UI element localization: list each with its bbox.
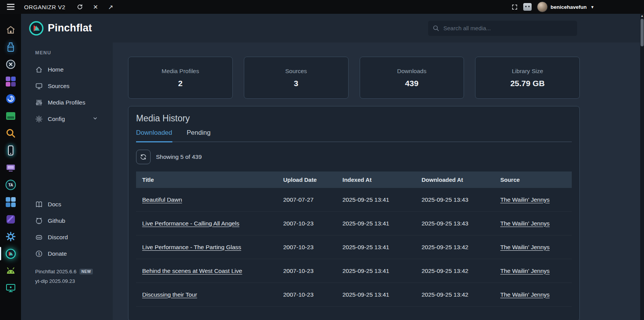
app-icon-purple-grid[interactable] [0, 73, 21, 90]
media-title-link[interactable]: Beautiful Dawn [142, 196, 182, 203]
indexed-at-cell: 2025-09-25 13:41 [336, 188, 415, 211]
table-header-row: Title Upload Date Indexed At Downloaded … [136, 171, 572, 188]
ytdlp-version: yt-dlp 2025.09.23 [35, 278, 113, 284]
organizr-title: ORGANIZR V2 [24, 4, 65, 10]
close-tab-icon[interactable]: ✕ [93, 3, 98, 11]
media-history-card: Media History Downloaded Pending Showing… [128, 106, 580, 320]
hamburger-menu-icon[interactable] [0, 4, 21, 10]
open-external-icon[interactable]: ↗ [108, 3, 113, 11]
sidebar-item-discord[interactable]: Discord [21, 229, 113, 245]
app-icon-blue-window[interactable] [0, 193, 21, 211]
refresh-tab-icon[interactable] [77, 4, 83, 10]
source-link[interactable]: The Wailin' Jennys [500, 268, 550, 274]
col-header-title: Title [136, 171, 277, 188]
table-row: Live Performance - Calling All Angels 20… [136, 212, 572, 235]
home-app-icon[interactable] [0, 21, 21, 38]
app-icon-magnifier[interactable] [0, 124, 21, 142]
upload-date-cell: 2007-10-23 [277, 212, 336, 235]
media-title-link[interactable]: Live Performance - Calling All Angels [142, 220, 239, 227]
sidebar-item-label: Media Profiles [48, 99, 85, 106]
stat-value: 3 [294, 79, 298, 88]
media-history-title: Media History [136, 113, 572, 124]
app-icon-jug[interactable] [0, 38, 21, 56]
tubearchivist-app-icon[interactable]: TA [0, 176, 21, 193]
pinchflat-app-icon[interactable] [0, 245, 21, 262]
refresh-button[interactable] [136, 150, 151, 164]
downloaded-at-cell: 2025-09-25 13:42 [415, 235, 494, 259]
source-link[interactable]: The Wailin' Jennys [500, 244, 550, 251]
col-header-indexed-at: Indexed At [336, 171, 415, 188]
stat-label: Downloads [397, 68, 427, 75]
stat-label: Media Profiles [162, 68, 199, 75]
stat-value: 25.79 GB [510, 79, 545, 88]
table-row: Live Performance - The Parting Glass 200… [136, 235, 572, 259]
scrollbar-up-arrow[interactable]: ▲ [640, 14, 644, 18]
col-header-source: Source [494, 171, 572, 188]
media-title-link[interactable]: Live Performance - The Parting Glass [142, 244, 241, 251]
pinchflat-logo [29, 21, 44, 36]
indexed-at-cell: 2025-09-25 13:41 [336, 235, 415, 259]
app-version: Pinchflat 2025.6.6 [35, 269, 76, 274]
chevron-down-icon [92, 116, 103, 122]
user-menu[interactable]: benicehavefun ▼ [537, 2, 594, 12]
stat-card-media-profiles: Media Profiles 2 [128, 57, 233, 99]
source-link[interactable]: The Wailin' Jennys [500, 196, 550, 203]
android-app-icon[interactable] [0, 262, 21, 279]
source-link[interactable]: The Wailin' Jennys [500, 291, 550, 298]
downloaded-at-cell: 2025-09-25 13:42 [415, 259, 494, 282]
sidebar-item-sources[interactable]: Sources [21, 78, 113, 94]
media-title-link[interactable]: Discussing their Tour [142, 291, 197, 298]
upload-date-cell: 2007-10-23 [277, 259, 336, 282]
stat-label: Library Size [512, 68, 543, 75]
avatar [537, 2, 548, 12]
search-icon [433, 25, 439, 31]
sidebar-spacer [21, 127, 113, 196]
source-link[interactable]: The Wailin' Jennys [500, 220, 550, 227]
bot-icon[interactable] [523, 3, 532, 11]
version-block: Pinchflat 2025.6.6 NEW yt-dlp 2025.09.23 [21, 269, 113, 284]
vertical-scrollbar[interactable]: ▲ [640, 14, 644, 320]
tab-downloaded[interactable]: Downloaded [136, 129, 172, 142]
stats-row: Media Profiles 2 Sources 3 Downloads 439… [128, 57, 580, 99]
table-row: Beautiful Dawn 2007-07-27 2025-09-25 13:… [136, 188, 572, 212]
stat-card-library-size: Library Size 25.79 GB [475, 57, 580, 99]
col-header-downloaded-at: Downloaded At [415, 171, 494, 188]
indexed-at-cell: 2025-09-25 13:41 [336, 212, 415, 235]
stat-value: 439 [405, 79, 419, 88]
pinchflat-app: Pinchflat MENU Home Sources Media Profil… [21, 14, 640, 320]
media-title-link[interactable]: Behind the scenes at West Coast Live [142, 268, 242, 274]
sidebar-item-github[interactable]: Github [21, 212, 113, 229]
username: benicehavefun [551, 4, 587, 10]
downloaded-at-cell: 2025-09-25 13:43 [415, 212, 494, 235]
app-icon-green-card[interactable] [0, 107, 21, 124]
svg-text:$: $ [38, 251, 40, 256]
downloaded-at-cell: 2025-09-25 13:42 [415, 283, 494, 306]
organizr-topbar: ORGANIZR V2 ✕ ↗ benicehavefun ▼ [0, 0, 644, 14]
search-input[interactable] [443, 24, 573, 32]
app-icon-purple-box[interactable] [0, 211, 21, 228]
sidebar-item-label: Github [48, 217, 65, 224]
downloaded-at-cell: 2025-09-25 13:43 [415, 188, 494, 211]
app-icon-blue-swirl[interactable] [0, 90, 21, 107]
app-icon-circle-x[interactable] [0, 56, 21, 73]
sidebar-item-home[interactable]: Home [21, 61, 113, 78]
pinchflat-header: Pinchflat [21, 14, 640, 42]
indexed-at-cell: 2025-09-25 13:41 [336, 283, 415, 306]
scrollbar-thumb[interactable] [641, 19, 644, 46]
app-icon-teal-screen[interactable] [0, 279, 21, 297]
sidebar-item-media-profiles[interactable]: Media Profiles [21, 94, 113, 111]
app-icon-phone[interactable] [0, 142, 21, 159]
tab-pending[interactable]: Pending [187, 129, 211, 142]
table-row: Behind the scenes at West Coast Live 200… [136, 259, 572, 283]
pinchflat-main: Media Profiles 2 Sources 3 Downloads 439… [113, 42, 640, 320]
sidebar-item-config[interactable]: Config [21, 111, 113, 127]
table-row: Discussing their Tour 2007-10-23 2025-09… [136, 283, 572, 307]
sidebar-item-label: Discord [48, 234, 68, 241]
app-icon-purple-tv[interactable] [0, 159, 21, 176]
sidebar-item-donate[interactable]: $ Donate [21, 245, 113, 262]
upload-date-cell: 2007-10-23 [277, 283, 336, 306]
svg-text:TA: TA [8, 183, 13, 187]
sidebar-item-docs[interactable]: Docs [21, 196, 113, 212]
settings-app-icon[interactable] [0, 228, 21, 245]
fullscreen-icon[interactable] [511, 4, 518, 10]
